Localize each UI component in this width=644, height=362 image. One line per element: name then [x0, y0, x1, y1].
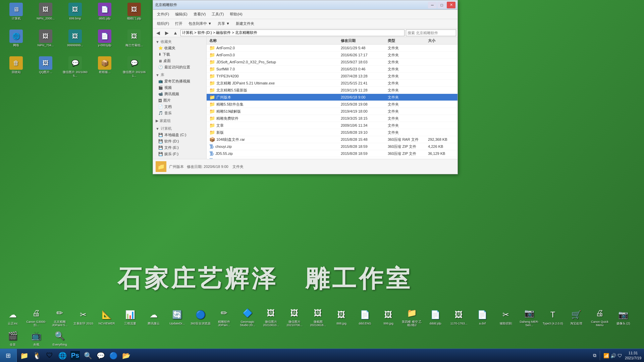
share-button[interactable]: 共享 ▼	[215, 20, 232, 27]
minimize-button[interactable]: ─	[428, 2, 437, 8]
desktop-icon-99999999[interactable]: 🖼 99999999...	[60, 28, 90, 55]
sidebar-item-pictures[interactable]: 🖼 图片	[153, 97, 206, 104]
list-item[interactable]: ☁ 云正inc	[1, 306, 24, 328]
list-item[interactable]: 🖼 1170-1763...	[447, 306, 470, 328]
list-item[interactable]: 📄 dddd.jdp	[424, 306, 447, 328]
list-item[interactable]: 🖨 Canon Quick Menu	[588, 306, 611, 328]
list-item[interactable]: 🖼 微截图 20210618...	[307, 306, 329, 328]
table-row[interactable]: 📁 ArtForm3.0 2016/6/26 17:17 文件夹	[207, 52, 458, 59]
sidebar-item-fdrive[interactable]: 💾 娱乐 (F:)	[153, 151, 206, 157]
list-item[interactable]: 📷 Daheng MER-Seri...	[518, 306, 541, 328]
sidebar-item-edrive[interactable]: 💾 文件 (E:)	[153, 144, 206, 151]
list-item[interactable]: 🖼 微信图片 20210706...	[283, 306, 306, 328]
list-item[interactable]: 📄 a.dxf	[471, 306, 494, 328]
table-row[interactable]: 📁 文章 2009/10/6 11:34 文件夹	[207, 122, 458, 129]
menu-edit[interactable]: 编辑(E)	[172, 11, 190, 17]
up-button[interactable]: ▲	[172, 29, 179, 37]
list-item[interactable]: 📁 第四楼 楼空 乙格2格2	[400, 306, 423, 328]
desktop-icon-meizhuzhujie[interactable]: 🖼 梅兰竹菊组...	[119, 28, 149, 55]
list-item[interactable]: 📄 ddd.ENG	[354, 306, 376, 328]
open-button[interactable]: 打开	[172, 20, 185, 27]
col-date[interactable]: 修改日期	[341, 38, 388, 43]
desktop-icon-weixin2[interactable]: 💬 微信图片 2021061...	[119, 55, 149, 82]
list-item[interactable]: 📺 央视	[25, 328, 48, 347]
sidebar-homegroup-header[interactable]: ▶ 家庭组	[153, 118, 206, 124]
list-item[interactable]: T Type3 (4.2.0.0)	[541, 306, 564, 328]
table-row[interactable]: 📁 精雕5.5软件合集 2015/9/28 19:08 文件夹	[207, 101, 458, 108]
organize-button[interactable]: 组织(F)	[154, 20, 172, 27]
table-row[interactable]: 📁 精雕免费软件 2019/3/25 18:15 文件夹	[207, 115, 458, 122]
menu-tools[interactable]: 工具(T)	[209, 11, 226, 17]
list-item[interactable]: ✏ 精雕软件 JDPain...	[213, 306, 235, 328]
menu-view[interactable]: 查看(V)	[191, 11, 209, 17]
taskbar-icon-wechat[interactable]: 💬	[95, 350, 107, 362]
sidebar-computer-header[interactable]: ▼ 计算机	[153, 125, 206, 132]
desktop-icon-kuizhan[interactable]: 📦 柜框板...	[90, 55, 119, 82]
table-row[interactable]: 🗜 chouyi.zip 2015/8/28 18:59 360压缩 ZIP 文…	[207, 143, 458, 150]
table-row[interactable]: 🗜 JD5.55.zip 2015/8/28 18:59 360压缩 ZIP 文…	[207, 150, 458, 157]
list-item[interactable]: 🖼 888.jpg	[330, 306, 353, 328]
list-item[interactable]: 🖼 微信图片 20210610...	[260, 306, 282, 328]
new-folder-button[interactable]: 新建文件夹	[233, 20, 257, 27]
list-item[interactable]: 📐 NCVIEWER	[95, 306, 118, 328]
maximize-button[interactable]: □	[437, 2, 446, 8]
table-row[interactable]: 📁 广州版本 2020/6/18 9:00 文件夹	[207, 94, 458, 101]
sidebar-item-music[interactable]: 🎵 音乐	[153, 110, 206, 116]
list-item[interactable]: 🔵 360安全浏览器	[189, 306, 212, 328]
menu-file[interactable]: 文件(F)	[154, 11, 172, 17]
sidebar-item-cdrive[interactable]: 💾 本地磁盘 (C:)	[153, 132, 206, 138]
sidebar-item-desktop[interactable]: 🖥 桌面	[153, 58, 206, 64]
sidebar-item-documents[interactable]: 📄 文档	[153, 104, 206, 110]
clock-display[interactable]: 11:31 2021/7/19	[625, 351, 641, 360]
menu-help[interactable]: 帮助(H)	[227, 11, 245, 17]
sidebar-item-video[interactable]: 🎬 视频	[153, 84, 206, 91]
col-size[interactable]: 大小	[428, 38, 455, 43]
desktop-icon-huishou[interactable]: 🗑 回收站	[1, 55, 31, 82]
list-item[interactable]: ✂ 文泰刻字 2010	[72, 306, 95, 328]
list-item[interactable]: ✏ 北京精雕 JDPaint 5...	[48, 306, 71, 328]
list-item[interactable]: 🛒 淘宝处理	[565, 306, 588, 328]
forward-button[interactable]: ▶	[163, 29, 170, 37]
start-button[interactable]: ⊞	[0, 349, 17, 362]
desktop-icon-nipic734[interactable]: 🖼 NiPic_734...	[31, 28, 60, 55]
list-item[interactable]: 🔷 Geomagic Studio 20...	[236, 306, 259, 328]
sidebar-item-favorites[interactable]: ⭐ 收藏夹	[153, 45, 206, 51]
close-button[interactable]: ✕	[447, 2, 455, 8]
desktop-icon-ddd1jdp[interactable]: 📄 ddd1.jdp	[90, 1, 119, 28]
list-item[interactable]: 🔍 Everything	[48, 328, 71, 347]
col-name[interactable]: 名称	[209, 38, 341, 43]
sidebar-item-iqiyi[interactable]: 📺 爱奇艺热播视频	[153, 78, 206, 84]
search-input[interactable]	[406, 29, 456, 36]
desktop-icon-699bmp[interactable]: 🖼 699.bmp	[60, 1, 90, 28]
taskbar-icon-folders[interactable]: 📂	[120, 350, 132, 362]
list-item[interactable]: 🖼 999.jpg	[377, 306, 400, 328]
sidebar-item-ddrive[interactable]: 💾 软件 (D:)	[153, 138, 206, 144]
list-item[interactable]: 🖨 Canon G3000-扫...	[25, 306, 48, 328]
table-row[interactable]: 📁 精雕519破解版 2019/4/19 18:00 文件夹	[207, 108, 458, 115]
table-row[interactable]: 📁 SurfMill 7.0 2016/5/23 0:46 文件夹	[207, 66, 458, 73]
list-item[interactable]: 🔄 UpdateDr...	[166, 306, 189, 328]
sidebar-item-downloads[interactable]: ⬇ 下载	[153, 51, 206, 58]
taskbar-icon-search[interactable]: 🔍	[82, 350, 94, 362]
taskbar-icon-explorer[interactable]: 📁	[18, 350, 30, 362]
taskbar-icon-360[interactable]: 🛡	[44, 350, 56, 362]
sidebar-libraries-header[interactable]: ▼ 库	[153, 72, 206, 78]
desktop-icon-computer[interactable]: 🖥 计算机	[1, 1, 31, 28]
taskbar-icon-ie[interactable]: 🔵	[107, 350, 119, 362]
list-item[interactable]: ☁ 腾讯微云	[142, 306, 165, 328]
desktop-icon-weixin1[interactable]: 💬 微信图片 20210605...	[60, 55, 90, 82]
taskbar-icon-qq[interactable]: 🐧	[31, 350, 43, 362]
table-row[interactable]: 📦 1048刻盘文件.rar 2015/8/28 15:48 360压缩 RAR…	[207, 136, 458, 143]
sidebar-favorites-header[interactable]: ▼ 收藏夹	[153, 39, 206, 45]
show-desktop-icon[interactable]: ⧉	[593, 353, 596, 358]
taskbar-icon-browser[interactable]: 🌐	[56, 350, 68, 362]
table-row[interactable]: 📁 ArtForm2.0 2016/1/29 5:48 文件夹	[207, 45, 458, 52]
sidebar-item-recent[interactable]: 🕐 最近访问的位置	[153, 64, 206, 70]
list-item[interactable]: 📊 三维流量	[119, 306, 142, 328]
address-path-display[interactable]: 计算机 > 软件 (D:) > 融妆软件 > 北京精雕软件	[180, 29, 405, 36]
desktop-icon-jingmen[interactable]: 🖼 镜框门.jdp	[119, 1, 149, 28]
list-item[interactable]: ✂ 辅助切割	[494, 306, 517, 328]
sidebar-item-tencent-video[interactable]: 📹 腾讯视频	[153, 91, 206, 97]
desktop-icon-y0001jdp[interactable]: 📄 y-0001jdp	[90, 28, 119, 55]
desktop-icon-qqpic[interactable]: 🖼 QQ图片...	[31, 55, 60, 82]
